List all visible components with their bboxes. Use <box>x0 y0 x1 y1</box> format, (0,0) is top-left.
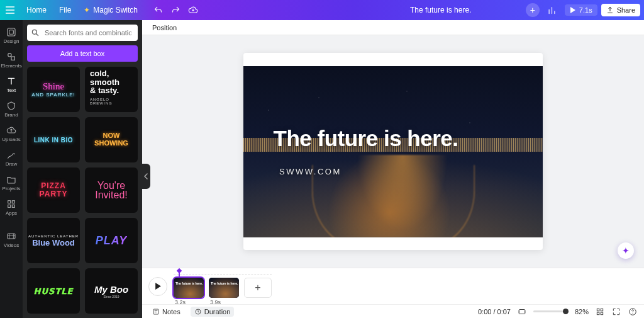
style-hustle[interactable]: HUSTLE <box>27 268 80 314</box>
rail-apps[interactable]: Apps <box>0 196 23 219</box>
svg-rect-10 <box>153 309 158 314</box>
rail-label: Elements <box>1 63 21 69</box>
style-tasty[interactable]: cold,smooth& tasty.ANGELO BREWING <box>85 67 138 112</box>
draw-icon <box>6 150 16 160</box>
duration-button[interactable]: Duration <box>191 307 235 317</box>
timeline: The future is here. 3.2s The future is h… <box>142 268 644 304</box>
svg-rect-14 <box>525 310 526 313</box>
timecode: 0:00 / 0:07 <box>478 308 511 315</box>
add-button[interactable]: + <box>526 3 540 17</box>
rail-draw[interactable]: Draw <box>0 147 23 170</box>
svg-rect-7 <box>12 205 14 207</box>
elements-icon <box>6 52 16 62</box>
cloud-sync-icon[interactable] <box>184 1 202 19</box>
rail-label: Brand <box>4 112 18 118</box>
redo-button[interactable] <box>167 1 184 19</box>
style-text: HUSTLE <box>34 287 74 296</box>
zoom-value: 82% <box>575 308 589 315</box>
clip-text: The future is here. <box>211 281 238 285</box>
sparkle-icon: ✦ <box>622 246 630 256</box>
canvas-area[interactable]: The future is here. SWWW.COM ✦ <box>142 35 644 268</box>
bottom-bar: Notes Duration 0:00 / 0:07 82% <box>142 304 644 318</box>
rail-uploads[interactable]: Uploads <box>0 122 23 145</box>
add-clip-button[interactable]: + <box>244 278 272 298</box>
rail-label: Videos <box>4 242 19 248</box>
collapse-panel-button[interactable] <box>142 164 150 189</box>
svg-rect-8 <box>8 234 15 239</box>
magic-switch-label: Magic Switch <box>93 6 138 14</box>
timeline-play-button[interactable] <box>148 277 167 296</box>
rail-videos[interactable]: Videos <box>0 228 23 251</box>
style-invited[interactable]: You'reInvited! <box>85 168 138 213</box>
pages-view-button[interactable] <box>517 307 527 317</box>
grid-view-button[interactable] <box>595 307 605 317</box>
brand-icon <box>6 101 16 111</box>
timeline-clip[interactable]: The future is here. <box>209 278 239 298</box>
help-button[interactable] <box>628 307 638 317</box>
position-button[interactable]: Position <box>148 22 180 33</box>
fullscreen-button[interactable] <box>611 307 621 317</box>
rail-projects[interactable]: Projects <box>0 171 23 195</box>
rail-brand[interactable]: Brand <box>0 98 23 121</box>
share-label: Share <box>617 6 635 14</box>
notes-button[interactable]: Notes <box>148 307 184 317</box>
style-text: You're <box>95 181 128 190</box>
svg-rect-5 <box>12 201 14 203</box>
style-shine[interactable]: ShineAND SPARKLE! <box>27 67 80 112</box>
present-button[interactable]: 7.1s <box>565 4 597 16</box>
present-duration: 7.1s <box>579 6 592 14</box>
timeline-clip[interactable]: The future is here. <box>174 278 204 298</box>
style-linkbio[interactable]: LINK IN BIO <box>27 117 80 162</box>
videos-icon <box>6 231 16 241</box>
share-button[interactable]: Share <box>601 4 640 16</box>
uploads-icon <box>6 125 16 135</box>
file-button[interactable]: File <box>53 0 77 20</box>
search-icon <box>31 28 40 37</box>
rail-text[interactable]: Text <box>0 73 23 96</box>
ai-assist-button[interactable]: ✦ <box>618 242 634 259</box>
style-caption: ANGELO BREWING <box>90 98 133 106</box>
style-nowshowing[interactable]: NOWSHOWING <box>85 117 138 162</box>
rail-label: Projects <box>3 186 21 191</box>
svg-rect-1 <box>9 30 14 35</box>
svg-point-2 <box>8 54 11 57</box>
menu-button[interactable] <box>0 0 20 20</box>
undo-button[interactable] <box>149 1 167 19</box>
home-button[interactable]: Home <box>20 0 53 20</box>
clip-text: The future is here. <box>175 281 203 285</box>
style-caption: Since 2019 <box>94 295 128 298</box>
subline-text[interactable]: SWWW.COM <box>279 167 341 176</box>
left-rail: Design Elements Text Brand Uploads Draw … <box>0 20 23 318</box>
analytics-button[interactable] <box>543 1 561 19</box>
style-text: SHOWING <box>94 140 128 147</box>
rail-label: Draw <box>6 161 18 167</box>
svg-rect-6 <box>8 205 11 207</box>
rail-label: Text <box>7 88 16 93</box>
style-myboo[interactable]: My BooSince 2019 <box>85 268 138 314</box>
slide-background: The future is here. SWWW.COM <box>243 66 543 237</box>
headline-text[interactable]: The future is here. <box>274 126 458 151</box>
svg-rect-16 <box>601 309 603 311</box>
svg-rect-0 <box>8 28 15 36</box>
style-text: LINK IN BIO <box>34 137 73 144</box>
history-group <box>149 1 202 19</box>
svg-point-9 <box>32 30 36 34</box>
text-icon <box>6 76 16 86</box>
document-title[interactable]: The future is here. <box>410 6 471 14</box>
zoom-slider[interactable] <box>533 310 569 312</box>
magic-switch-button[interactable]: ✦ Magic Switch <box>77 0 144 20</box>
rail-elements[interactable]: Elements <box>0 48 23 72</box>
svg-rect-4 <box>8 201 11 203</box>
style-bluewood[interactable]: AUTHENTIC LEATHERBlue Wood <box>27 218 80 263</box>
slide[interactable]: The future is here. SWWW.COM <box>243 53 543 250</box>
svg-rect-3 <box>11 57 14 60</box>
add-text-box-button[interactable]: Add a text box <box>27 45 138 62</box>
editor-toolbar: Position <box>142 20 644 35</box>
rail-design[interactable]: Design <box>0 24 23 47</box>
search-input[interactable] <box>43 28 133 37</box>
svg-rect-15 <box>597 309 599 311</box>
style-pizza[interactable]: PIZZAPARTY <box>27 168 80 213</box>
style-play[interactable]: PLAY <box>85 218 138 263</box>
sparkle-icon: ✦ <box>84 6 90 14</box>
timeline-ruler <box>174 271 272 276</box>
